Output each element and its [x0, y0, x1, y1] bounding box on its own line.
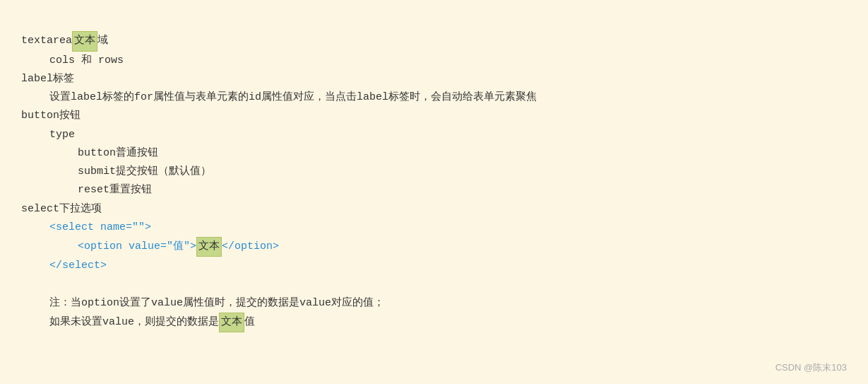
plain-text: 值: [244, 313, 255, 332]
code-line: 注：当option设置了value属性值时，提交的数据是value对应的值；: [21, 294, 847, 313]
plain-text: button按钮: [21, 107, 81, 125]
plain-text: select下拉选项: [21, 200, 102, 219]
code-line: 设置label标签的for属性值与表单元素的id属性值对应，当点击label标签…: [21, 88, 847, 107]
code-line: 如果未设置value，则提交的数据是文本值: [21, 313, 847, 332]
code-line: cols 和 rows: [21, 52, 847, 70]
code-content: textarea文本域cols 和 rowslabel标签设置label标签的f…: [21, 13, 847, 332]
code-line: [21, 276, 847, 294]
plain-text: submit提交按钮（默认值）: [78, 163, 211, 181]
code-line: button按钮: [21, 107, 847, 125]
plain-text: 如果未设置value，则提交的数据是: [49, 313, 219, 332]
highlighted-text: 文本: [72, 31, 97, 51]
watermark: CSDN @陈末103: [775, 361, 847, 374]
tag-text: </option>: [222, 238, 279, 256]
tag-text: <option value="值">: [78, 238, 196, 256]
plain-text: 注：当option设置了value属性值时，提交的数据是value对应的值；: [49, 294, 384, 313]
plain-text: type: [49, 126, 75, 144]
code-line: textarea文本域: [21, 31, 847, 51]
code-line: label标签: [21, 70, 847, 88]
plain-text: 域: [97, 32, 108, 50]
plain-text: 设置label标签的for属性值与表单元素的id属性值对应，当点击label标签…: [49, 88, 537, 107]
code-line: button普通按钮: [21, 144, 847, 163]
highlighted-text: 文本: [219, 313, 244, 332]
plain-text: label标签: [21, 70, 74, 88]
code-line: submit提交按钮（默认值）: [21, 163, 847, 181]
plain-text: button普通按钮: [78, 144, 158, 163]
code-line: type: [21, 126, 847, 144]
code-line: </select>: [21, 257, 847, 275]
code-line: select下拉选项: [21, 200, 847, 219]
code-line: <option value="值">文本</option>: [21, 237, 847, 257]
plain-text: cols 和 rows: [49, 52, 124, 70]
tag-text: <select name="">: [49, 219, 151, 237]
code-line: <select name="">: [21, 219, 847, 237]
highlighted-text: 文本: [196, 237, 222, 257]
code-line: reset重置按钮: [21, 181, 847, 199]
tag-text: </select>: [49, 257, 107, 275]
plain-text: reset重置按钮: [78, 181, 152, 199]
plain-text: textarea: [21, 32, 72, 50]
